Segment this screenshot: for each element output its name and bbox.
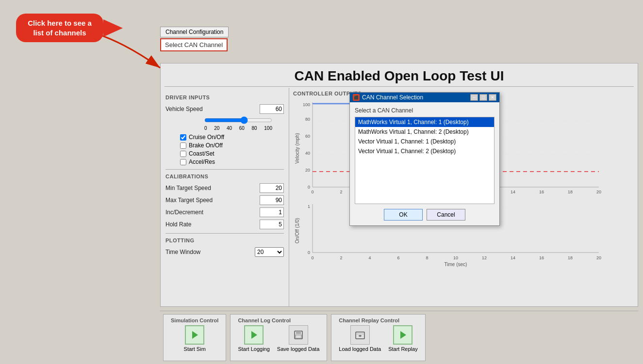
dialog-titlebar: ⬛ CAN Channel Selection – □ ✕ — [350, 93, 499, 102]
select-can-channel-menu[interactable]: Select CAN Channel — [160, 38, 228, 51]
save-logging-group: Save logged Data — [277, 325, 319, 352]
svg-marker-52 — [400, 331, 406, 339]
dialog-minimize-button[interactable]: – — [470, 94, 478, 101]
dialog-restore-button[interactable]: □ — [479, 94, 487, 101]
svg-text:12: 12 — [482, 255, 487, 260]
speed-slider[interactable] — [204, 116, 272, 124]
dialog-controls: – □ ✕ — [470, 94, 496, 101]
inputs-divider — [165, 169, 284, 170]
inc-dec-row: Inc/Decrement — [165, 207, 284, 217]
start-replay-icon — [397, 330, 408, 340]
max-speed-label: Max Target Speed — [165, 197, 213, 204]
coast-label: Coast/Set — [189, 150, 214, 157]
inc-dec-label: Inc/Decrement — [165, 209, 203, 216]
left-panel: DRIVER INPUTS Vehicle Speed 0 20 40 60 8… — [161, 88, 289, 306]
channel-list: MathWorks Virtual 1, Channel: 1 (Desktop… — [355, 117, 495, 204]
speed-slider-container: 0 20 40 60 80 100 — [204, 116, 284, 131]
min-speed-input[interactable] — [260, 183, 284, 193]
play-icon — [189, 330, 200, 340]
log-control-title: Channel Log Control — [238, 317, 291, 323]
title-divider — [165, 86, 634, 87]
svg-text:80: 80 — [305, 117, 310, 122]
channel-item-2[interactable]: Vector Virtual 1, Channel: 1 (Desktop) — [355, 137, 494, 146]
accel-label: Accel/Res — [189, 158, 215, 165]
hold-rate-input[interactable] — [260, 220, 284, 229]
svg-text:16: 16 — [539, 255, 544, 260]
vehicle-speed-input[interactable] — [260, 104, 284, 114]
svg-text:14: 14 — [511, 255, 515, 260]
svg-text:4: 4 — [368, 255, 371, 260]
svg-text:40: 40 — [305, 151, 310, 156]
time-window-row: Time Window 20 10 30 60 — [165, 247, 284, 257]
dialog-close-button[interactable]: ✕ — [489, 94, 496, 101]
cruise-checkbox-row: Cruise On/Off — [180, 134, 284, 141]
channel-item-3[interactable]: Vector Virtual 1, Channel: 2 (Desktop) — [355, 146, 494, 156]
svg-text:0: 0 — [308, 250, 310, 255]
hold-rate-label: Hold Rate — [165, 221, 191, 228]
page-title: CAN Enabled Open Loop Test UI — [161, 63, 638, 86]
driver-inputs-title: DRIVER INPUTS — [165, 95, 284, 100]
svg-text:2: 2 — [340, 190, 342, 194]
dialog-select-label: Select a CAN Channel — [355, 107, 495, 114]
start-replay-group: Start Replay — [388, 325, 418, 352]
save-log-button[interactable] — [289, 325, 308, 345]
svg-text:16: 16 — [539, 190, 544, 194]
start-logging-button[interactable] — [244, 325, 264, 345]
log-control-box: Channel Log Control Start Logging — [230, 314, 327, 361]
load-log-group: Load logged Data — [339, 325, 381, 352]
max-speed-row: Max Target Speed — [165, 195, 284, 205]
coast-checkbox[interactable] — [180, 151, 186, 157]
svg-text:100: 100 — [303, 102, 310, 107]
svg-marker-46 — [192, 331, 198, 339]
dialog-cancel-button[interactable]: Cancel — [427, 209, 465, 221]
can-dialog: ⬛ CAN Channel Selection – □ ✕ Select a C… — [349, 92, 500, 226]
brake-label: Brake On/Off — [189, 142, 223, 149]
start-sim-button[interactable] — [185, 325, 204, 345]
svg-text:6: 6 — [397, 255, 399, 260]
channel-list-container: MathWorks Virtual 1, Channel: 1 (Desktop… — [355, 117, 495, 204]
cruise-checkbox[interactable] — [180, 134, 186, 141]
start-logging-icon — [248, 330, 259, 340]
svg-text:8: 8 — [426, 255, 428, 260]
calib-divider — [165, 233, 284, 234]
time-window-label: Time Window — [165, 249, 200, 255]
sim-control-box: Simulation Control Start Sim — [163, 314, 226, 361]
dialog-buttons: OK Cancel — [355, 209, 495, 221]
plotting-title: PLOTTING — [165, 237, 284, 243]
brake-checkbox[interactable] — [180, 142, 186, 149]
accel-checkbox-row: Accel/Res — [180, 158, 284, 165]
channel-config-tab[interactable]: Channel Configuration — [160, 27, 229, 37]
replay-control-box: Channel Replay Control Load logged Data — [331, 314, 425, 361]
accel-checkbox[interactable] — [180, 159, 186, 165]
max-speed-input[interactable] — [260, 195, 284, 205]
svg-text:2: 2 — [340, 255, 342, 260]
calibrations-title: CALIBRATIONS — [165, 174, 284, 179]
channel-item-0[interactable]: MathWorks Virtual 1, Channel: 1 (Desktop… — [355, 117, 494, 127]
load-log-button[interactable] — [350, 325, 370, 345]
start-replay-button[interactable] — [393, 325, 412, 345]
svg-text:1: 1 — [308, 204, 310, 209]
start-replay-label: Start Replay — [388, 346, 418, 352]
dialog-ok-button[interactable]: OK — [384, 209, 423, 221]
load-icon — [355, 330, 365, 340]
svg-rect-49 — [296, 331, 301, 334]
channel-item-1[interactable]: MathWorks Virtual 1, Channel: 2 (Desktop… — [355, 127, 494, 137]
time-window-select[interactable]: 20 10 30 60 — [255, 247, 284, 257]
inc-dec-input[interactable] — [260, 207, 284, 217]
callout-bubble: Click here to see a list of channels — [16, 14, 103, 42]
svg-text:20: 20 — [596, 255, 601, 260]
load-log-label: Load logged Data — [339, 346, 381, 352]
svg-text:0: 0 — [308, 185, 310, 190]
start-logging-group: Start Logging — [238, 325, 269, 352]
save-log-label: Save logged Data — [277, 346, 319, 352]
velocity-y-label: Velocity (mph) — [295, 133, 300, 163]
slider-labels: 0 20 40 60 80 100 — [204, 126, 272, 131]
menu-bar: Channel Configuration Select CAN Channel — [160, 27, 229, 37]
svg-text:20: 20 — [305, 168, 310, 173]
min-speed-label: Min Target Speed — [165, 185, 211, 191]
svg-rect-50 — [296, 335, 301, 338]
replay-control-inner: Load logged Data Start Replay — [339, 325, 417, 352]
callout-text: Click here to see a list of channels — [28, 19, 92, 37]
svg-text:On/Off (1/0): On/Off (1/0) — [295, 218, 300, 244]
svg-text:0: 0 — [311, 255, 313, 260]
